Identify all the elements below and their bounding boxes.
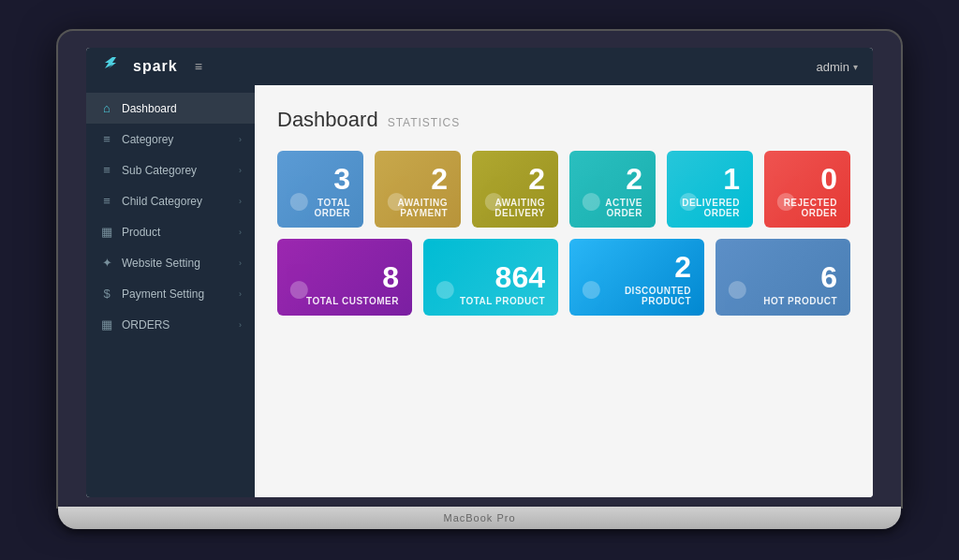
stat-label-hot-product: HOT PRODUCT — [763, 296, 837, 306]
sidebar: ⌂ Dashboard ≡ Categorey › ≡ Sub Categore… — [86, 85, 255, 497]
stat-number-awaiting-payment: 2 — [431, 164, 448, 194]
sidebar-icon-product: ▦ — [99, 225, 114, 239]
stat-number-hot-product: 6 — [820, 262, 837, 292]
sidebar-icon-category: ≡ — [99, 132, 114, 146]
laptop-wrapper: spark ≡ admin ▾ ⌂ Dashboard — [58, 31, 901, 529]
sidebar-chevron-sub-category: › — [239, 166, 242, 175]
content-area: Dashboard Statistics ● 3 TOTAL ORDER ● 2… — [255, 85, 873, 497]
sidebar-label-orders: ORDERS — [122, 318, 170, 332]
sidebar-item-dashboard[interactable]: ⌂ Dashboard — [86, 93, 255, 124]
app-container: spark ≡ admin ▾ ⌂ Dashboard — [86, 48, 873, 497]
stat-card-awaiting-payment[interactable]: ● 2 Awaiting Payment — [375, 151, 461, 228]
sidebar-item-left: ✦ Website Setting — [99, 256, 200, 270]
stat-number-active-order: 2 — [626, 164, 642, 194]
stat-bg-icon-rejected-order: ● — [774, 176, 799, 223]
sidebar-icon-orders: ▦ — [99, 317, 114, 332]
stat-card-active-order[interactable]: ● 2 ACTIVE ORDER — [569, 151, 656, 228]
stats-row-2: ● 8 TOTAL CUSTOMER ● 864 TOTAL PRODUCT ●… — [277, 239, 850, 316]
sidebar-item-left: ≡ Categorey — [99, 132, 173, 146]
sidebar-icon-dashboard: ⌂ — [99, 101, 114, 115]
main-layout: ⌂ Dashboard ≡ Categorey › ≡ Sub Categore… — [86, 85, 873, 497]
sidebar-icon-sub-category: ≡ — [99, 163, 114, 177]
sidebar-icon-payment-setting: $ — [99, 287, 114, 301]
stat-card-total-product[interactable]: ● 864 TOTAL PRODUCT — [423, 239, 558, 316]
sidebar-chevron-child-category: › — [239, 197, 242, 206]
stat-card-rejected-order[interactable]: ● 0 REJECTED ORDER — [764, 151, 850, 228]
user-chevron-icon: ▾ — [853, 62, 858, 72]
sidebar-chevron-category: › — [239, 135, 242, 144]
sidebar-chevron-website-setting: › — [239, 258, 242, 268]
sidebar-chevron-orders: › — [239, 320, 242, 330]
sidebar-item-left: $ Payment Setting — [99, 287, 204, 301]
laptop-base-label: MacBook Pro — [443, 512, 515, 523]
topbar: spark ≡ admin ▾ — [86, 48, 873, 85]
laptop-screen: spark ≡ admin ▾ ⌂ Dashboard — [86, 48, 873, 497]
stat-number-discounted-product: 2 — [674, 252, 691, 282]
stat-number-total-product: 864 — [495, 262, 545, 292]
stat-card-awaiting-delivery[interactable]: ● 2 Awaiting Delivery — [472, 151, 558, 228]
page-header: Dashboard Statistics — [277, 108, 850, 132]
sidebar-item-left: ▦ Product — [99, 225, 160, 239]
stat-bg-icon-discounted-product: ● — [579, 264, 604, 311]
user-label: admin — [817, 60, 849, 74]
stat-bg-icon-awaiting-payment: ● — [384, 176, 409, 223]
page-title: Dashboard — [277, 108, 378, 132]
sidebar-chevron-payment-setting: › — [239, 289, 242, 299]
hamburger-icon[interactable]: ≡ — [195, 59, 202, 74]
sidebar-icon-child-category: ≡ — [99, 194, 114, 208]
stat-number-total-order: 3 — [333, 164, 350, 194]
stat-bg-icon-total-product: ● — [433, 264, 458, 311]
sidebar-item-payment-setting[interactable]: $ Payment Setting › — [86, 278, 255, 309]
svg-marker-0 — [105, 57, 116, 68]
sidebar-chevron-product: › — [239, 228, 242, 237]
sidebar-item-orders[interactable]: ▦ ORDERS › — [86, 309, 255, 340]
stat-bg-icon-hot-product: ● — [725, 264, 750, 311]
sidebar-item-website-setting[interactable]: ✦ Website Setting › — [86, 247, 255, 278]
stat-card-delivered-order[interactable]: ● 1 DELIVERED ORDER — [667, 151, 753, 228]
stat-number-rejected-order: 0 — [820, 164, 837, 194]
laptop-base: MacBook Pro — [58, 507, 901, 529]
stat-bg-icon-total-order: ● — [287, 176, 312, 223]
page-subtitle: Statistics — [388, 116, 461, 129]
user-menu[interactable]: admin ▾ — [817, 60, 858, 74]
topbar-left: spark ≡ — [101, 55, 202, 78]
stat-bg-icon-delivered-order: ● — [676, 176, 701, 223]
sidebar-label-payment-setting: Payment Setting — [122, 287, 204, 301]
logo-icon — [101, 55, 124, 78]
sidebar-item-left: ≡ Child Categorey — [99, 194, 202, 208]
sidebar-item-child-category[interactable]: ≡ Child Categorey › — [86, 185, 255, 216]
stat-bg-icon-awaiting-delivery: ● — [481, 176, 507, 223]
logo-text: spark — [133, 58, 178, 75]
sidebar-item-left: ⌂ Dashboard — [99, 101, 177, 115]
sidebar-label-dashboard: Dashboard — [122, 102, 177, 115]
sidebar-item-category[interactable]: ≡ Categorey › — [86, 124, 255, 155]
stat-card-total-customer[interactable]: ● 8 TOTAL CUSTOMER — [277, 239, 412, 316]
stat-bg-icon-active-order: ● — [579, 176, 604, 223]
stat-number-total-customer: 8 — [382, 262, 399, 292]
stats-row-1: ● 3 TOTAL ORDER ● 2 Awaiting Payment ● 2… — [277, 151, 850, 228]
stat-card-total-order[interactable]: ● 3 TOTAL ORDER — [277, 151, 363, 228]
sidebar-item-left: ≡ Sub Categorey — [99, 163, 197, 177]
screen-bezel: spark ≡ admin ▾ ⌂ Dashboard — [58, 31, 901, 507]
sidebar-label-website-setting: Website Setting — [122, 257, 200, 270]
stat-label-total-product: TOTAL PRODUCT — [460, 296, 545, 306]
sidebar-label-child-category: Child Categorey — [122, 195, 202, 208]
stat-number-delivered-order: 1 — [723, 164, 740, 194]
sidebar-icon-website-setting: ✦ — [99, 256, 114, 270]
sidebar-label-sub-category: Sub Categorey — [122, 164, 197, 177]
sidebar-item-left: ▦ ORDERS — [99, 317, 170, 332]
sidebar-item-product[interactable]: ▦ Product › — [86, 216, 255, 247]
sidebar-label-category: Categorey — [122, 133, 173, 146]
stat-bg-icon-total-customer: ● — [287, 264, 312, 311]
stat-card-discounted-product[interactable]: ● 2 DISCOUNTED PRODUCT — [569, 239, 704, 316]
sidebar-item-sub-category[interactable]: ≡ Sub Categorey › — [86, 155, 255, 185]
sidebar-label-product: Product — [122, 226, 160, 239]
stat-number-awaiting-delivery: 2 — [528, 164, 545, 194]
stat-label-total-customer: TOTAL CUSTOMER — [306, 296, 399, 306]
stat-card-hot-product[interactable]: ● 6 HOT PRODUCT — [716, 239, 850, 316]
